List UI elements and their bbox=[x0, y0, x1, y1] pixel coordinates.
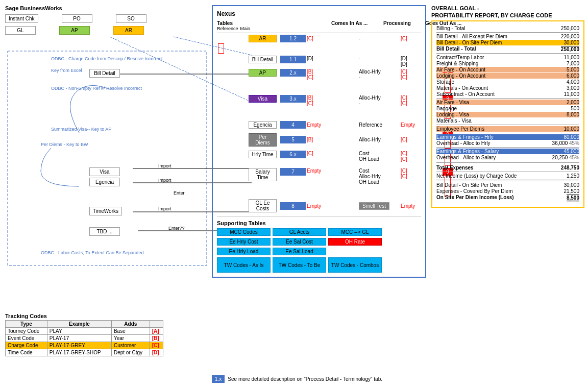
expenses-covered-row: Expenses - Covered By Per Diem21,500 bbox=[436, 188, 579, 194]
ar-box: AR bbox=[113, 26, 144, 35]
bill-detail-all-row: Bill Detail - All Except Per Diem 220,00… bbox=[436, 34, 579, 39]
bill-detail-processing: - bbox=[359, 56, 400, 61]
tracking-type-tourney: Tourney Code bbox=[6, 328, 47, 335]
supporting-tables-title: Supporting Tables bbox=[217, 220, 421, 226]
key-excel-annotation: Key from Excel bbox=[51, 68, 82, 73]
subcontract-row: Subcontract - On Account11,000 bbox=[436, 91, 579, 97]
tracking-badge-header bbox=[150, 321, 163, 328]
visa-source-box: Visa bbox=[89, 167, 120, 176]
divider1 bbox=[436, 32, 579, 33]
bill-detail-total-row: Bill Detail - Total 250,000 bbox=[436, 46, 579, 52]
earnings-hrly-row: Earnings & Fringes - Hrly80,000 bbox=[436, 134, 579, 140]
tracking-adds-time: Dept or Ctgy bbox=[111, 349, 150, 356]
so-box: SO bbox=[116, 14, 146, 23]
overhead-hrly-pct: 45% bbox=[569, 140, 579, 146]
odbc1-annotation: ODBC - Charge Code from Descrip / Resolv… bbox=[51, 56, 163, 61]
gl-accts-box: GL Accts bbox=[273, 228, 326, 236]
sage-title: Sage BusinessWorks bbox=[5, 5, 204, 11]
on-site-income-row: On Site Per Diem Income (Loss) 8,500 bbox=[436, 195, 579, 202]
odbc2-annotation: ODBC - Non-Empty Ref #/ Resolve Incorrec… bbox=[51, 86, 142, 91]
overhead-salary-pct: 45% bbox=[569, 155, 579, 160]
tracking-example-header: Example bbox=[47, 321, 111, 328]
visa-nexus-box: Visa bbox=[249, 95, 277, 103]
visa-nexus-row: Visa 3.x [B][C] Alloc-Hrly- [C][C] 9 bbox=[217, 95, 421, 119]
nexus-empty-header bbox=[284, 20, 330, 31]
nexus-col1-header: Tables Reference Main bbox=[217, 20, 283, 31]
ee-hrly-cost-box: Ee Hrly Cost bbox=[217, 238, 271, 246]
lodging-visa-row: Lodging - Visa8,000 bbox=[436, 112, 579, 117]
sage-row1: Instant Chk PO SO bbox=[5, 14, 204, 23]
hrly-time-processing: CostOH Load bbox=[359, 151, 400, 162]
per-diems-nexus-row: Per Diems 5 [B] Alloc-Hrly [C] 9 bbox=[217, 131, 421, 149]
import1-label: Import bbox=[158, 163, 172, 168]
tbd-source-box: TBD ... bbox=[89, 227, 120, 236]
ap-comes-in: [B][C] bbox=[307, 69, 358, 80]
airfare-visa-row: Air Fare - Visa2,000 bbox=[436, 100, 579, 105]
divider6 bbox=[436, 147, 579, 148]
tracking-table: Type Example Adds Tourney Code PLAY Base… bbox=[5, 320, 163, 356]
tracking-codes-title: Tracking Codes bbox=[5, 313, 163, 319]
bill-detail-source-box: Bill Detail bbox=[89, 69, 120, 78]
divider2 bbox=[436, 53, 579, 54]
net-income-value: 1,250 bbox=[567, 173, 579, 179]
tracking-type-event: Event Code bbox=[6, 335, 47, 342]
salary-time-nexus-box: Salary Time bbox=[249, 168, 277, 181]
tw-codes-as-is-box: TW Codes - As Is bbox=[217, 257, 271, 273]
overhead-salary-row: Overhead - Alloc to Salary 20,250 45% bbox=[436, 155, 579, 160]
overhead-hrly-row: Overhead - Alloc to Hrly 36,000 45% bbox=[436, 140, 579, 146]
gl-ee-costs-comes-in: Empty bbox=[307, 203, 358, 209]
billing-total-row: Billing - Total 250,000 bbox=[436, 26, 579, 31]
tw-codes-combos-box: TW Codes - Combos bbox=[328, 257, 382, 273]
contract-temp-row: Contract/Temp Labor11,000 bbox=[436, 55, 579, 60]
ar-nexus-box: AR bbox=[249, 35, 277, 42]
tracking-row-time: Time Code PLAY-17-GREY-SHOP Dept or Ctgy… bbox=[6, 349, 163, 356]
egencia-nexus-box: Egencia bbox=[249, 121, 277, 129]
enter-label: Enter bbox=[174, 190, 185, 196]
import3-label: Import bbox=[158, 206, 172, 211]
supporting-tables-section: Supporting Tables MCC Codes GL Accts MCC… bbox=[217, 216, 421, 273]
tracking-example-event: PLAY-17 bbox=[47, 335, 111, 342]
divider5 bbox=[436, 133, 579, 133]
supporting-tables-grid: MCC Codes GL Accts MCC --> GL Ee Hrly Co… bbox=[217, 228, 421, 273]
tracking-adds-header: Adds bbox=[111, 321, 150, 328]
tracking-adds-tourney: Base bbox=[111, 328, 150, 335]
goal-title2: PROFITABILITY REPORT, BY CHARGE CODE bbox=[431, 12, 584, 18]
nexus-title: Nexus bbox=[217, 10, 421, 17]
tracking-badge-charge: [C] bbox=[150, 342, 163, 349]
bill-detail-total-label: Bill Detail - Total bbox=[436, 46, 476, 52]
gl-ee-costs-nexus-row: GL Ee Costs 8 Empty Smell Test Empty bbox=[217, 199, 421, 212]
nexus-processing-header: Processing bbox=[383, 20, 424, 31]
bill-detail-on-site-label: Bill Detail - On Site Per Diem bbox=[436, 40, 502, 45]
nexus-comes-in-header: Comes In As ... bbox=[331, 20, 382, 31]
tracking-type-header: Type bbox=[6, 321, 47, 328]
tracking-example-charge: PLAY-17-GREY bbox=[47, 342, 111, 349]
egencia-comes-in: Empty bbox=[307, 122, 358, 128]
mcc-gl-box: MCC --> GL bbox=[328, 228, 382, 236]
tracking-adds-event: Year bbox=[111, 335, 150, 342]
ap-box: AP bbox=[59, 26, 90, 35]
mcc-codes-box: MCC Codes bbox=[217, 228, 271, 236]
ar-comes-in: [C] bbox=[307, 36, 358, 41]
visa-num-badge: 3.x bbox=[280, 95, 306, 103]
gl-ee-costs-nexus-box: GL Ee Costs bbox=[249, 199, 277, 212]
ar-processing: - bbox=[359, 36, 400, 41]
bill-detail-all-value: 220,000 bbox=[561, 34, 579, 39]
nexus-header: Tables Reference Main Comes In As ... Pr… bbox=[217, 20, 421, 33]
storage-row: Storage4,000 bbox=[436, 79, 579, 85]
tracking-example-tourney: PLAY bbox=[47, 328, 111, 335]
salary-time-nexus-row: Salary Time 7 Empty CostAlloc-HrlyOH Loa… bbox=[217, 168, 421, 197]
odbc3-annotation: ODBC - Labor Costs, To Extent Can Be Sep… bbox=[41, 250, 143, 255]
salary-time-num-badge: 7 bbox=[280, 168, 306, 176]
freight-row: Freight & Shipping7,000 bbox=[436, 61, 579, 66]
bill-detail-all-label: Bill Detail - All Except Per Diem bbox=[436, 34, 507, 39]
bill-detail-nexus-row: Bill Detail 1.1 [D] - [D][D] bbox=[217, 56, 421, 67]
goal-section: OVERALL GOAL - PROFITABILITY REPORT, BY … bbox=[431, 5, 584, 208]
per-diems-comes-in: [B] bbox=[307, 137, 358, 142]
ap-num-badge: 2.x bbox=[280, 69, 306, 77]
materials-visa-row: Materials - Visa bbox=[436, 118, 579, 124]
bill-detail-total-value: 250,000 bbox=[561, 46, 579, 52]
bill-detail-num-badge: 1.1 bbox=[280, 56, 306, 63]
billing-total-label: Billing - Total bbox=[436, 26, 465, 31]
materials-on-account-row: Materials - On Account3,000 bbox=[436, 85, 579, 91]
egencia-processing: Reference bbox=[359, 122, 400, 128]
